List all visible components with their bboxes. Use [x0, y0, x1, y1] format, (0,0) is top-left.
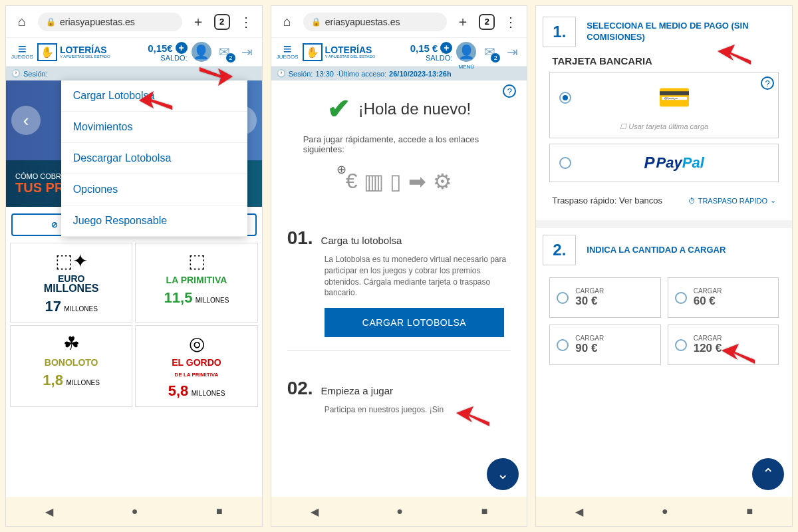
welcome-title: ¡Hola de nuevo! [358, 100, 471, 118]
home-icon[interactable]: ⌂ [14, 14, 30, 30]
mail-icon[interactable]: ✉2 [215, 43, 234, 61]
bonoloto-icon: ☘ [16, 332, 126, 354]
scroll-up-fab[interactable]: ⌃ [752, 458, 784, 490]
step-title: Empieza a jugar [321, 385, 393, 396]
process-illustration: €⊕ ▥ ▯ ➡ ⚙ [285, 169, 514, 194]
games-menu-icon[interactable]: ≡ JUEGOS [11, 45, 33, 60]
logo[interactable]: ✋ LOTERÍASY APUESTAS DEL ESTADO [303, 43, 376, 61]
amount-options: CARGAR30 € CARGAR60 € CARGAR90 € CARGAR1… [543, 273, 785, 369]
menu-dots-icon[interactable]: ⋮ [238, 14, 254, 30]
back-icon[interactable]: ◀ [575, 505, 583, 518]
card-section-title: TARJETA BANCARIA [552, 55, 776, 66]
games-menu-icon[interactable]: ≡JUEGOS [277, 45, 299, 60]
game-gordo[interactable]: ◎ EL GORDODE LA PRIMITIVA 5,8 MILLONES [135, 325, 257, 407]
android-nav-bar: ◀ ● ■ [536, 497, 792, 526]
balance-display: 0,15 €+ SALDO: [410, 42, 453, 62]
help-icon[interactable]: ? [761, 76, 774, 90]
app-header: ≡JUEGOS ✋ LOTERÍASY APUESTAS DEL ESTADO … [271, 38, 527, 66]
amount-60[interactable]: CARGAR60 € [668, 277, 779, 318]
game-bonoloto[interactable]: ☘ BONOLOTO 1,8 MILLONES [10, 325, 132, 407]
url-bar[interactable]: eriasyapuestas.es [303, 13, 448, 31]
radio-icon[interactable] [557, 339, 569, 351]
url-bar[interactable]: eriasyapuestas.es [38, 13, 182, 31]
menu-juego-responsable[interactable]: Juego Responsable [61, 205, 247, 237]
scroll-down-fab[interactable]: ⌄ [487, 458, 519, 490]
game-primitiva[interactable]: ⬚ LA PRIMITIVA 11,5 MILLONES [135, 243, 257, 323]
step-description: Participa en nuestros juegos. ¡Sin [287, 404, 511, 416]
step-2-block: 02. Empieza a jugar Participa en nuestro… [271, 371, 527, 432]
recents-icon[interactable]: ■ [481, 505, 488, 517]
radio-icon[interactable] [675, 339, 687, 351]
account-icon[interactable]: 👤 [192, 42, 211, 62]
coins-icon: €⊕ [346, 169, 358, 194]
menu-opciones[interactable]: Opciones [61, 174, 247, 205]
welcome-section: ? ✔ ¡Hola de nuevo! Para jugar rápidamen… [271, 80, 527, 221]
game-euromillones[interactable]: ⬚✦ EUROMILLONES 17 MILLONES [10, 243, 132, 323]
session-bar: 🕐 Sesión: [6, 66, 262, 80]
use-last-card-checkbox[interactable]: ☐ Usar tarjeta última carga [550, 122, 778, 138]
card-payment-option[interactable]: 💳 ? [550, 72, 778, 122]
amount-30[interactable]: CARGAR30 € [549, 277, 660, 318]
card-payment-option-container: 💳 ? ☐ Usar tarjeta última carga [549, 72, 779, 138]
radio-icon[interactable] [675, 292, 687, 304]
step-1-block: 01. Carga tu lotobolsa La Lotobolsa es t… [271, 221, 527, 371]
new-tab-icon[interactable]: ＋ [455, 14, 471, 30]
tab-count[interactable]: 2 [214, 14, 230, 30]
credit-card-icon: 💳 [579, 82, 769, 113]
hand-icon: ✋ [37, 43, 57, 61]
new-tab-icon[interactable]: ＋ [190, 14, 206, 30]
check-icon: ✔ [327, 92, 350, 125]
cargar-lotobolsa-button[interactable]: CARGAR LOTOBOLSA [325, 308, 505, 337]
menu-descargar-lotobolsa[interactable]: Descargar Lotobolsa [61, 143, 247, 174]
amount-120[interactable]: CARGAR120 € [668, 325, 779, 365]
step-description: La Lotobolsa es tu monedero virtual nece… [287, 254, 511, 299]
step-1-label: SELECCIONA EL MEDIO DE PAGO (SIN COMISIO… [587, 21, 785, 43]
exit-icon[interactable]: ⇥ [503, 43, 521, 61]
home-nav-icon[interactable]: ● [396, 505, 403, 517]
devices-icon: ▥ ▯ [364, 169, 402, 194]
radio-icon[interactable] [559, 157, 571, 169]
phone-screen-3: 1. SELECCIONA EL MEDIO DE PAGO (SIN COMI… [535, 5, 793, 527]
phone-screen-2: ⌂ eriasyapuestas.es ＋ 2 ⋮ ≡JUEGOS ✋ LOTE… [271, 5, 528, 527]
menu-dots-icon[interactable]: ⋮ [503, 14, 519, 30]
account-icon[interactable]: 👤MENÚ [456, 42, 476, 62]
plus-icon[interactable]: + [176, 42, 188, 54]
account-dropdown: Cargar Lotobolsa Movimientos Descargar L… [61, 80, 247, 237]
android-nav-bar: ◀ ● ■ [271, 497, 527, 526]
home-nav-icon[interactable]: ● [132, 505, 138, 517]
back-icon[interactable]: ◀ [45, 505, 53, 518]
menu-movimientos[interactable]: Movimientos [61, 112, 247, 143]
balance-display: 0,15€+ SALDO: [148, 42, 188, 62]
paypal-payment-option[interactable]: P PayPal [549, 144, 779, 182]
tab-count[interactable]: 2 [479, 14, 495, 30]
welcome-subtitle: Para jugar rápidamente, accede a los enl… [285, 134, 514, 154]
app-header: ≡ JUEGOS ✋ LOTERÍAS Y APUESTAS DEL ESTAD… [6, 38, 262, 66]
home-icon[interactable]: ⌂ [279, 14, 295, 30]
gordo-icon: ◎ [141, 332, 251, 354]
home-nav-icon[interactable]: ● [662, 505, 668, 517]
step-number-box: 1. [543, 17, 576, 47]
exit-icon[interactable]: ⇥ [238, 43, 257, 61]
recents-icon[interactable]: ■ [216, 505, 223, 517]
help-icon[interactable]: ? [503, 84, 516, 98]
radio-icon[interactable] [557, 292, 569, 304]
recents-icon[interactable]: ■ [746, 505, 753, 517]
primitiva-icon: ⬚ [141, 250, 251, 272]
euromillones-icon: ⬚✦ [16, 250, 126, 272]
browser-bar: ⌂ eriasyapuestas.es ＋ 2 ⋮ [6, 6, 262, 38]
plus-icon[interactable]: + [440, 42, 452, 54]
menu-cargar-lotobolsa[interactable]: Cargar Lotobolsa [61, 80, 247, 112]
chevron-left-icon[interactable]: ‹ [11, 106, 41, 135]
chevron-down-icon: ⌄ [497, 466, 509, 483]
back-icon[interactable]: ◀ [311, 505, 319, 518]
radio-icon[interactable] [559, 92, 571, 104]
step-number: 02. [287, 378, 313, 399]
logo[interactable]: ✋ LOTERÍAS Y APUESTAS DEL ESTADO [37, 43, 110, 61]
mail-icon[interactable]: ✉2 [480, 43, 499, 61]
chevron-up-icon: ⌃ [762, 466, 774, 483]
step-number: 01. [287, 227, 313, 249]
fast-transfer-row[interactable]: Traspaso rápido: Ver bancos ⏱ TRASPASO R… [543, 188, 785, 213]
gear-icon: ⚙ [433, 169, 452, 194]
clock-icon: 🕐 [11, 69, 21, 78]
amount-90[interactable]: CARGAR90 € [549, 325, 660, 365]
